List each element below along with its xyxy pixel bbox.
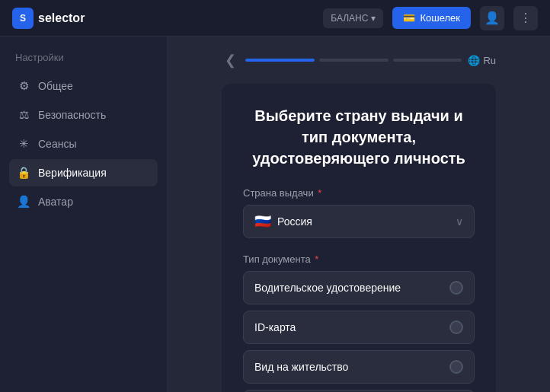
progress-bars (245, 59, 462, 62)
verification-card: Выберите страну выдачи и тип документа, … (222, 84, 496, 392)
doc-option-residence[interactable]: Вид на жительство (243, 350, 475, 384)
header-right: БАЛАНС ▾ 💳 Кошелек 👤 ⋮ (323, 6, 538, 30)
radio-drivers (449, 281, 463, 295)
sidebar-item-avatar[interactable]: 👤 Аватар (9, 188, 158, 215)
doc-option-label-drivers: Водительское удостоверение (254, 282, 401, 294)
progress-bar-1 (245, 59, 315, 62)
logo-text: selector (38, 11, 85, 25)
radio-id (449, 320, 463, 334)
sidebar-item-verification[interactable]: 🔒 Верификация (9, 159, 158, 186)
security-icon: ⚖ (17, 108, 30, 122)
wallet-icon: 💳 (403, 12, 415, 24)
sidebar-item-general[interactable]: ⚙ Общее (9, 72, 158, 100)
user-button[interactable]: 👤 (480, 6, 504, 30)
balance-button[interactable]: БАЛАНС ▾ (323, 8, 383, 28)
user-icon: 👤 (484, 11, 500, 25)
content-area: ❮ 🌐 Ru Выберите страну выдачи и тип доку… (168, 37, 550, 392)
card-title: Выберите страну выдачи и тип документа, … (243, 105, 475, 169)
menu-button[interactable]: ⋮ (513, 6, 538, 30)
sessions-icon: ✳ (17, 137, 30, 151)
header: S selector БАЛАНС ▾ 💳 Кошелек 👤 ⋮ (0, 0, 550, 37)
sidebar-label-general: Общее (38, 80, 73, 92)
logo-icon: S (12, 8, 34, 29)
back-icon: ❮ (225, 53, 236, 68)
country-name: Россия (277, 215, 312, 228)
sidebar-label-sessions: Сеансы (38, 138, 76, 150)
general-icon: ⚙ (17, 79, 30, 93)
sidebar-label-verification: Верификация (38, 167, 107, 179)
doc-type-label: Тип документа * (243, 253, 475, 265)
chevron-down-icon: ▾ (371, 13, 376, 24)
back-button[interactable]: ❮ (222, 49, 239, 72)
doc-option-label-residence: Вид на жительство (254, 361, 348, 373)
doc-option-id[interactable]: ID-карта (243, 311, 475, 344)
sidebar: Настройки ⚙ Общее ⚖ Безопасность ✳ Сеанс… (0, 37, 168, 392)
logo: S selector (12, 8, 85, 29)
country-select[interactable]: 🇷🇺 Россия ∨ (243, 205, 475, 238)
chevron-down-icon: ∨ (456, 215, 463, 228)
country-label: Страна выдачи * (243, 187, 475, 199)
main-layout: Настройки ⚙ Общее ⚖ Безопасность ✳ Сеанс… (0, 37, 550, 392)
country-flag: 🇷🇺 (254, 213, 271, 230)
radio-residence (449, 360, 463, 374)
verification-icon: 🔒 (17, 166, 30, 180)
globe-icon: 🌐 (468, 55, 480, 66)
required-marker-2: * (312, 253, 319, 265)
grid-icon: ⋮ (520, 11, 532, 25)
language-button[interactable]: 🌐 Ru (468, 55, 496, 66)
sidebar-item-security[interactable]: ⚖ Безопасность (9, 101, 158, 129)
progress-bar-3 (393, 59, 462, 62)
doc-option-label-id: ID-карта (254, 321, 296, 333)
wallet-button[interactable]: 💳 Кошелек (392, 7, 471, 29)
sidebar-title: Настройки (9, 52, 158, 63)
wallet-label: Кошелек (420, 12, 460, 24)
required-marker: * (315, 187, 322, 199)
progress-area: ❮ 🌐 Ru (222, 49, 496, 72)
avatar-icon: 👤 (17, 195, 30, 209)
language-label: Ru (483, 55, 496, 66)
doc-option-drivers[interactable]: Водительское удостоверение (243, 271, 475, 304)
progress-bar-2 (319, 59, 389, 62)
sidebar-label-avatar: Аватар (38, 196, 73, 208)
sidebar-label-security: Безопасность (38, 109, 106, 121)
balance-label: БАЛАНС (331, 13, 368, 24)
country-value: 🇷🇺 Россия (254, 213, 312, 230)
doc-options: Водительское удостоверение ID-карта Вид … (243, 271, 475, 392)
sidebar-item-sessions[interactable]: ✳ Сеансы (9, 130, 158, 158)
